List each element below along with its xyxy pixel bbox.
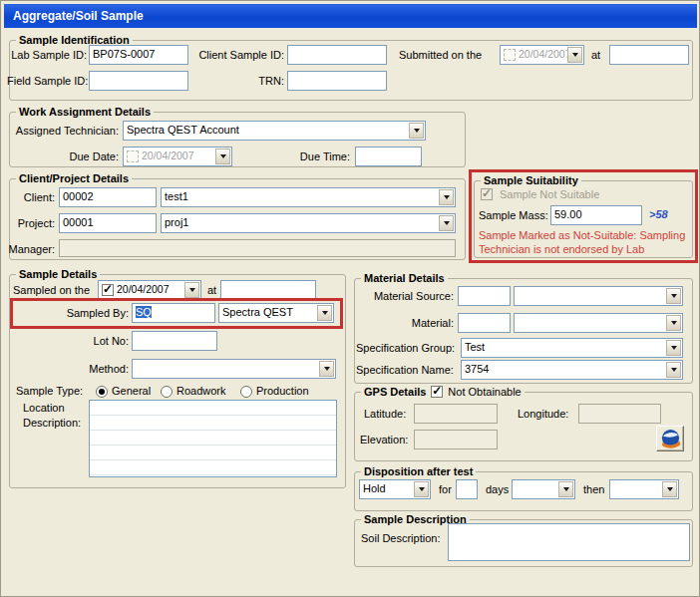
field-sample-id-input[interactable]	[89, 71, 188, 91]
submitted-date-combo[interactable]: 20/04/2007	[500, 45, 584, 65]
dropdown-arrow-icon[interactable]	[439, 215, 454, 231]
sample-type-radio-production[interactable]	[240, 386, 252, 398]
client-code-input[interactable]: 00002	[59, 187, 157, 207]
location-description-grid[interactable]	[89, 400, 337, 477]
submitted-date-checkbox[interactable]	[504, 49, 516, 61]
lot-no-label: Lot No:	[79, 335, 129, 348]
dropdown-arrow-icon[interactable]	[666, 340, 681, 356]
longitude-label: Longitude:	[518, 408, 568, 421]
specification-group-label: Specification Group:	[356, 342, 455, 355]
latitude-label: Latitude:	[364, 408, 406, 421]
dropdown-arrow-icon[interactable]	[319, 361, 334, 377]
location-description-label-line2: Description:	[23, 417, 81, 430]
due-date-label: Due Date:	[61, 150, 119, 163]
material-source-code-input[interactable]	[458, 286, 511, 306]
sample-mass-label: Sample Mass:	[479, 209, 548, 222]
sample-mass-hint: >58	[649, 208, 668, 220]
elevation-field	[414, 430, 498, 449]
suitability-warning-text: Sample Marked as Not-Suitable: Sampling …	[479, 228, 690, 256]
project-name-combo[interactable]: proj1	[161, 213, 456, 233]
dropdown-arrow-icon[interactable]	[414, 481, 429, 497]
dropdown-arrow-icon[interactable]	[317, 305, 332, 321]
lab-sample-id-label: Lab Sample ID:	[7, 49, 87, 62]
google-earth-button[interactable]	[656, 426, 684, 451]
sample-type-option-production[interactable]: Production	[256, 385, 309, 398]
disposition-action-combo[interactable]: Hold	[359, 479, 431, 499]
dropdown-arrow-icon[interactable]	[409, 123, 424, 139]
project-label: Project:	[7, 217, 55, 230]
sample-type-option-general[interactable]: General	[112, 385, 151, 398]
dropdown-arrow-icon[interactable]	[666, 362, 681, 378]
gps-details-legend: GPS Details Not Obtainable	[361, 386, 525, 398]
sampled-by-code-input[interactable]: SQ	[132, 303, 215, 323]
manager-label: Manager:	[5, 243, 55, 256]
aggregate-soil-sample-dialog: Aggregate/Soil Sample Sample Identificat…	[0, 0, 700, 597]
specification-name-value: 3754	[465, 363, 489, 375]
sample-details-title: Sample Details	[16, 268, 100, 280]
material-code-input[interactable]	[458, 313, 511, 333]
not-obtainable-checkbox[interactable]	[431, 386, 443, 398]
client-project-title: Client/Project Details	[16, 172, 132, 184]
sample-type-radio-general[interactable]	[96, 386, 108, 398]
manager-field	[59, 239, 456, 257]
sampled-on-checkbox[interactable]	[102, 284, 114, 296]
specification-group-combo[interactable]: Test	[461, 338, 683, 358]
sampled-time-input[interactable]	[220, 280, 316, 300]
due-date-value: 20/04/2007	[142, 149, 194, 161]
due-date-combo[interactable]: 20/04/2007	[123, 147, 232, 166]
sample-not-suitable-checkbox	[481, 188, 493, 200]
material-details-title: Material Details	[361, 272, 448, 284]
dropdown-arrow-icon[interactable]	[558, 481, 573, 497]
sample-type-radio-roadwork[interactable]	[161, 386, 173, 398]
dropdown-arrow-icon[interactable]	[662, 481, 677, 497]
client-sample-id-input[interactable]	[287, 45, 387, 65]
specification-name-combo[interactable]: 3754	[461, 360, 683, 380]
sample-mass-input[interactable]: 59.00	[550, 205, 642, 225]
due-date-checkbox[interactable]	[127, 150, 139, 162]
disposition-for-label: for	[439, 483, 452, 496]
soil-description-label: Soil Description:	[361, 532, 440, 545]
lot-no-input[interactable]	[132, 331, 217, 351]
not-obtainable-label: Not Obtainable	[448, 386, 521, 398]
dropdown-arrow-icon[interactable]	[567, 47, 582, 63]
assigned-technician-combo[interactable]: Spectra QEST Account	[123, 121, 426, 141]
sample-type-label: Sample Type:	[16, 385, 83, 398]
submitted-on-label: Submitted on the	[399, 49, 482, 62]
client-sample-id-label: Client Sample ID:	[192, 49, 284, 62]
window-titlebar[interactable]: Aggregate/Soil Sample	[4, 4, 697, 28]
dropdown-arrow-icon[interactable]	[439, 189, 454, 205]
method-combo[interactable]	[132, 359, 336, 379]
dropdown-arrow-icon[interactable]	[666, 315, 681, 331]
material-combo[interactable]	[514, 313, 683, 333]
dropdown-arrow-icon[interactable]	[215, 149, 230, 164]
specification-name-label: Specification Name:	[356, 364, 454, 377]
sampled-by-label: Sampled By:	[49, 307, 129, 320]
material-label: Material:	[369, 317, 454, 330]
dropdown-arrow-icon[interactable]	[184, 282, 199, 298]
disposition-then-combo[interactable]	[609, 479, 679, 499]
assigned-technician-value: Spectra QEST Account	[127, 124, 239, 136]
trn-label: TRN:	[192, 75, 284, 88]
lab-sample-id-input[interactable]: BP07S-0007	[89, 45, 188, 65]
project-code-input[interactable]: 00001	[59, 213, 157, 233]
material-source-combo[interactable]	[514, 286, 683, 306]
disposition-days-input[interactable]	[456, 479, 478, 499]
elevation-label: Elevation:	[360, 434, 408, 447]
sample-suitability-title: Sample Suitability	[481, 174, 581, 186]
sample-type-option-roadwork[interactable]: Roadwork	[176, 385, 226, 398]
sampled-by-name-combo[interactable]: Spectra QEST	[218, 303, 334, 323]
soil-description-textarea[interactable]	[448, 523, 690, 561]
submitted-time-input[interactable]	[609, 45, 689, 65]
client-label: Client:	[7, 191, 55, 204]
material-source-label: Material Source:	[369, 290, 454, 303]
globe-icon	[660, 429, 681, 449]
disposition-title: Disposition after test	[361, 465, 476, 477]
dropdown-arrow-icon[interactable]	[666, 288, 681, 304]
trn-input[interactable]	[287, 71, 387, 91]
client-name-combo[interactable]: test1	[161, 187, 456, 207]
sampled-on-date-combo[interactable]: 20/04/2007	[98, 280, 201, 300]
due-time-input[interactable]	[355, 147, 422, 166]
location-description-label-line1: Location	[23, 402, 65, 415]
disposition-days-combo[interactable]	[512, 479, 575, 499]
submitted-date-value: 20/04/2007	[519, 48, 571, 60]
